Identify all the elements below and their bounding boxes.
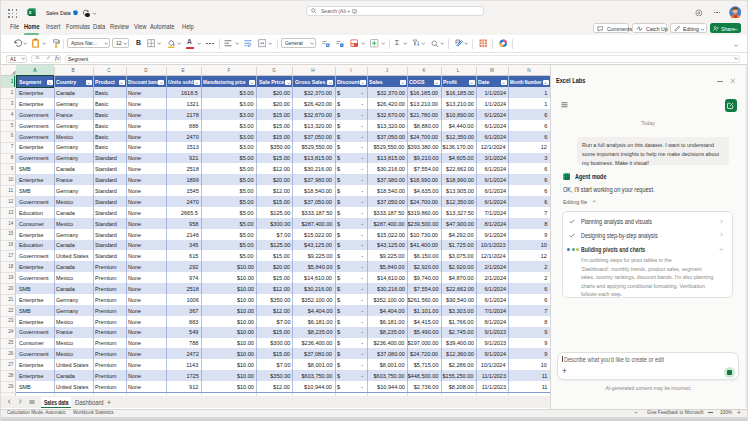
svg-text:x: x — [28, 10, 31, 15]
